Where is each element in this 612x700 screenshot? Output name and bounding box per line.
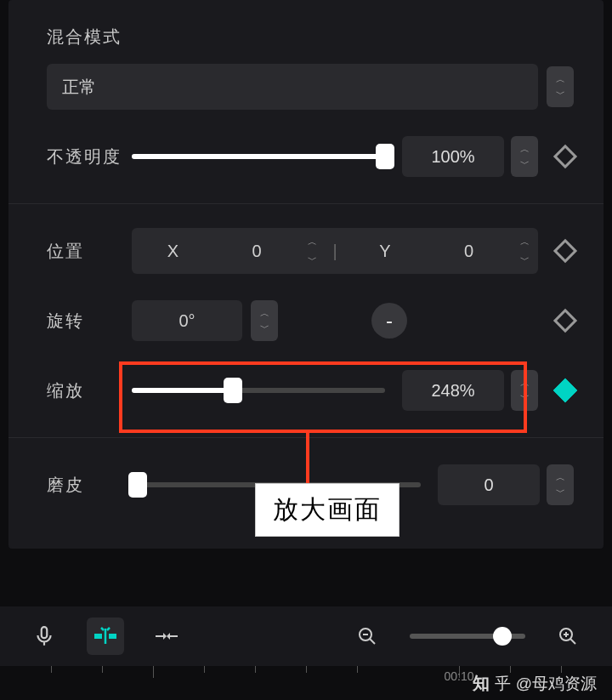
zoom-slider[interactable] xyxy=(410,634,525,639)
chevron-down-icon: ﹀ xyxy=(260,323,269,333)
rotation-stepper[interactable]: ︿ ﹀ xyxy=(251,300,278,341)
position-y-label: Y xyxy=(344,242,427,261)
position-separator: | xyxy=(327,242,342,261)
position-y-value[interactable]: 0 xyxy=(428,242,510,261)
opacity-label: 不透明度 xyxy=(47,145,132,168)
position-x-label: X xyxy=(132,242,214,261)
opacity-slider[interactable] xyxy=(132,154,385,159)
opacity-row: 不透明度 100% ︿ ﹀ xyxy=(47,134,574,179)
svg-line-5 xyxy=(107,628,110,630)
blend-mode-row: 正常 ︿ ﹀ xyxy=(47,64,574,110)
zoom-in-icon[interactable] xyxy=(549,617,586,655)
rotation-row: 旋转 0° ︿ ﹀ - xyxy=(47,298,574,344)
blend-mode-value: 正常 xyxy=(62,76,96,99)
smoothing-stepper[interactable]: ︿ ﹀ xyxy=(547,464,574,505)
position-row: 位置 X 0 ︿﹀ | Y 0 ︿﹀ xyxy=(47,228,574,274)
scale-stepper[interactable]: ︿ ﹀ xyxy=(511,370,538,411)
divider xyxy=(8,203,604,204)
chevron-down-icon: ﹀ xyxy=(520,393,530,402)
opacity-stepper[interactable]: ︿ ﹀ xyxy=(511,136,538,177)
chevron-down-icon: ﹀ xyxy=(556,89,565,99)
rotation-dial[interactable]: - xyxy=(371,303,407,339)
svg-rect-2 xyxy=(94,634,102,639)
split-tool-icon[interactable] xyxy=(87,617,124,655)
opacity-slider-thumb[interactable] xyxy=(376,144,394,169)
svg-line-8 xyxy=(370,639,375,644)
rotation-label: 旋转 xyxy=(47,310,132,333)
smoothing-label: 磨皮 xyxy=(47,474,132,497)
scale-slider[interactable] xyxy=(132,388,385,393)
chevron-up-icon: ︿ xyxy=(520,378,530,388)
zoom-out-icon[interactable] xyxy=(348,617,386,655)
opacity-keyframe-icon[interactable] xyxy=(553,145,577,168)
svg-rect-3 xyxy=(109,634,116,639)
rotation-value[interactable]: 0° xyxy=(132,300,242,341)
cut-tool-icon[interactable] xyxy=(148,617,185,655)
position-x-value[interactable]: 0 xyxy=(216,242,298,261)
blend-mode-stepper[interactable]: ︿ ﹀ xyxy=(547,66,574,107)
chevron-down-icon: ﹀ xyxy=(520,159,530,168)
position-x-stepper[interactable]: ︿﹀ xyxy=(299,236,326,266)
svg-line-12 xyxy=(570,639,575,644)
scale-value[interactable]: 248% xyxy=(402,370,504,411)
chevron-up-icon: ︿ xyxy=(556,473,565,482)
chevron-up-icon: ︿ xyxy=(260,309,269,318)
scale-slider-thumb[interactable] xyxy=(224,378,242,403)
annotation-label: 放大画面 xyxy=(255,483,400,537)
rotation-keyframe-icon[interactable] xyxy=(553,309,577,333)
annotation-line xyxy=(306,433,309,484)
blend-mode-label: 混合模式 xyxy=(47,26,574,48)
scale-label: 缩放 xyxy=(47,379,132,402)
position-y-stepper[interactable]: ︿﹀ xyxy=(512,236,538,266)
bottom-toolbar xyxy=(0,606,612,666)
chevron-up-icon: ︿ xyxy=(556,75,565,84)
chevron-down-icon: ﹀ xyxy=(556,487,565,497)
smoothing-slider-thumb[interactable] xyxy=(128,472,147,498)
position-label: 位置 xyxy=(47,240,132,263)
chevron-up-icon: ︿ xyxy=(520,145,530,154)
svg-rect-0 xyxy=(42,627,48,638)
opacity-value[interactable]: 100% xyxy=(402,136,504,177)
blend-mode-select[interactable]: 正常 xyxy=(47,64,538,110)
scale-row: 缩放 248% ︿ ﹀ xyxy=(47,367,574,413)
position-keyframe-icon[interactable] xyxy=(553,239,577,263)
mic-icon[interactable] xyxy=(26,617,63,655)
position-input-group[interactable]: X 0 ︿﹀ | Y 0 ︿﹀ xyxy=(132,228,538,274)
zhihu-icon: 知 xyxy=(473,672,490,695)
smoothing-value[interactable]: 0 xyxy=(438,464,540,505)
zoom-slider-thumb[interactable] xyxy=(493,627,512,646)
svg-line-4 xyxy=(101,628,104,630)
watermark: 知 乎 @母鸡资源 xyxy=(473,672,597,695)
watermark-text: 乎 @母鸡资源 xyxy=(495,673,597,695)
scale-keyframe-icon[interactable] xyxy=(553,378,577,402)
timeline-timestamp: 00:10 xyxy=(444,669,473,683)
